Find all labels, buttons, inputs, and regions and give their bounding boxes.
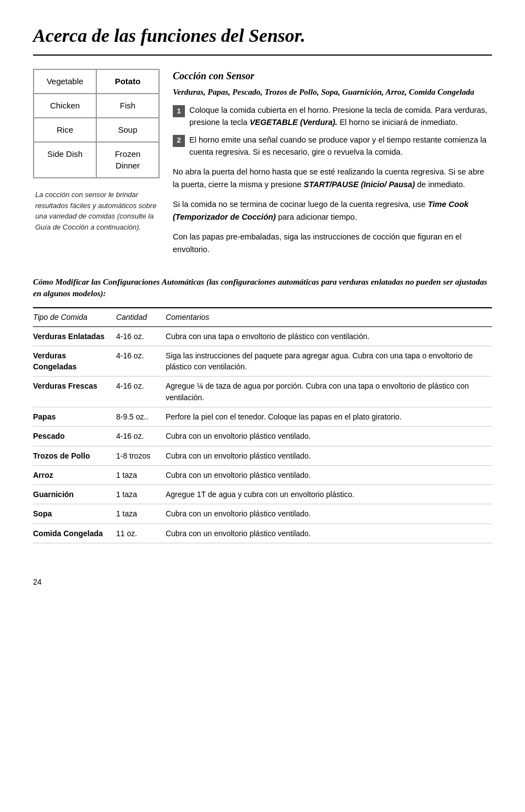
section-subtitle: Verduras, Papas, Pescado, Trozos de Poll… bbox=[173, 86, 492, 98]
right-panel: Cocción con Sensor Verduras, Papas, Pesc… bbox=[173, 69, 492, 263]
food-amount: 1 taza bbox=[116, 485, 166, 504]
food-amount: 1-8 trozos bbox=[116, 446, 166, 465]
food-btn-frozen-dinner[interactable]: FrozenDinner bbox=[96, 142, 159, 178]
food-name: Trozos de Pollo bbox=[33, 446, 116, 465]
table-row: Verduras Frescas 4-16 oz. Agregue ¼ de t… bbox=[33, 377, 492, 407]
food-amount: 4-16 oz. bbox=[116, 326, 166, 346]
table-row: Arroz 1 taza Cubra con un envoltorio plá… bbox=[33, 465, 492, 484]
col-header-amount: Cantidad bbox=[116, 308, 166, 326]
food-btn-rice[interactable]: Rice bbox=[34, 118, 96, 142]
food-amount: 1 taza bbox=[116, 465, 166, 484]
section-title: Cocción con Sensor bbox=[173, 69, 492, 83]
food-name: Papas bbox=[33, 407, 116, 426]
food-name: Sopa bbox=[33, 504, 116, 524]
food-btn-potato[interactable]: Potato bbox=[96, 69, 159, 94]
food-comment: Cubra con un envoltorio plástico ventila… bbox=[166, 504, 492, 524]
food-buttons-grid: Vegetable Potato Chicken Fish Rice Soup … bbox=[33, 69, 160, 178]
side-note: La cocción con sensor le brindar resulta… bbox=[33, 189, 160, 232]
food-amount: 8-9.5 oz.. bbox=[116, 407, 166, 426]
food-btn-vegetable[interactable]: Vegetable bbox=[34, 69, 96, 94]
food-comment: Cubra con un envoltorio plástico ventila… bbox=[166, 524, 492, 543]
main-content: Vegetable Potato Chicken Fish Rice Soup … bbox=[33, 69, 492, 263]
step-text-2: El horno emite una señal cuando se produ… bbox=[189, 134, 492, 159]
food-btn-soup[interactable]: Soup bbox=[96, 118, 159, 142]
food-comment: Cubra con un envoltorio plástico ventila… bbox=[166, 465, 492, 484]
paragraph-3: Con las papas pre-embaladas, siga las in… bbox=[173, 231, 492, 255]
paragraph-2: Si la comida no se termina de cocinar lu… bbox=[173, 198, 492, 223]
step-2: 2 El horno emite una señal cuando se pro… bbox=[173, 134, 492, 159]
food-comment: Siga las instrucciones del paquete para … bbox=[166, 346, 492, 377]
page-number: 24 bbox=[33, 576, 492, 587]
food-name: Verduras Frescas bbox=[33, 377, 116, 407]
steps-list: 1 Coloque la comida cubierta en el horno… bbox=[173, 105, 492, 158]
food-comment: Cubra con un envoltorio plástico ventila… bbox=[166, 427, 492, 446]
food-amount: 4-16 oz. bbox=[116, 427, 166, 446]
food-amount: 1 taza bbox=[116, 504, 166, 524]
step-1: 1 Coloque la comida cubierta en el horno… bbox=[173, 105, 492, 129]
step-number-2: 2 bbox=[173, 135, 185, 147]
food-table: Tipo de Comida Cantidad Comentarios Verd… bbox=[33, 307, 492, 543]
food-name: Verduras Congeladas bbox=[33, 346, 116, 377]
table-row: Pescado 4-16 oz. Cubra con un envoltorio… bbox=[33, 427, 492, 446]
food-name: Guarnición bbox=[33, 485, 116, 504]
sub-section-title: Cómo Modificar las Configuraciones Autom… bbox=[33, 276, 492, 299]
food-name: Comida Congelada bbox=[33, 524, 116, 543]
food-name: Verduras Enlatadas bbox=[33, 326, 116, 346]
table-row: Verduras Enlatadas 4-16 oz. Cubra con un… bbox=[33, 326, 492, 346]
food-amount: 4-16 oz. bbox=[116, 346, 166, 377]
food-amount: 4-16 oz. bbox=[116, 377, 166, 407]
food-name: Arroz bbox=[33, 465, 116, 484]
col-header-comments: Comentarios bbox=[166, 308, 492, 326]
left-panel: Vegetable Potato Chicken Fish Rice Soup … bbox=[33, 69, 160, 263]
table-row: Sopa 1 taza Cubra con un envoltorio plás… bbox=[33, 504, 492, 524]
food-btn-fish[interactable]: Fish bbox=[96, 94, 159, 118]
page-title: Acerca de las funciones del Sensor. bbox=[33, 22, 492, 56]
table-row: Trozos de Pollo 1-8 trozos Cubra con un … bbox=[33, 446, 492, 465]
table-row: Verduras Congeladas 4-16 oz. Siga las in… bbox=[33, 346, 492, 377]
food-btn-side-dish[interactable]: Side Dish bbox=[34, 142, 96, 178]
food-btn-chicken[interactable]: Chicken bbox=[34, 94, 96, 118]
food-comment: Cubra con una tapa o envoltorio de plást… bbox=[166, 326, 492, 346]
col-header-food: Tipo de Comida bbox=[33, 308, 116, 326]
table-row: Papas 8-9.5 oz.. Perfore la piel con el … bbox=[33, 407, 492, 426]
step-number-1: 1 bbox=[173, 105, 185, 117]
food-comment: Cubra con un envoltorio plástico ventila… bbox=[166, 446, 492, 465]
table-row: Comida Congelada 11 oz. Cubra con un env… bbox=[33, 524, 492, 543]
table-row: Guarnición 1 taza Agregue 1T de agua y c… bbox=[33, 485, 492, 504]
food-name: Pescado bbox=[33, 427, 116, 446]
food-comment: Perfore la piel con el tenedor. Coloque … bbox=[166, 407, 492, 426]
paragraph-1: No abra la puerta del horno hasta que se… bbox=[173, 166, 492, 190]
food-comment: Agregue 1T de agua y cubra con un envolt… bbox=[166, 485, 492, 504]
food-amount: 11 oz. bbox=[116, 524, 166, 543]
food-comment: Agregue ¼ de taza de agua por porción. C… bbox=[166, 377, 492, 407]
step-text-1: Coloque la comida cubierta en el horno. … bbox=[189, 105, 492, 129]
